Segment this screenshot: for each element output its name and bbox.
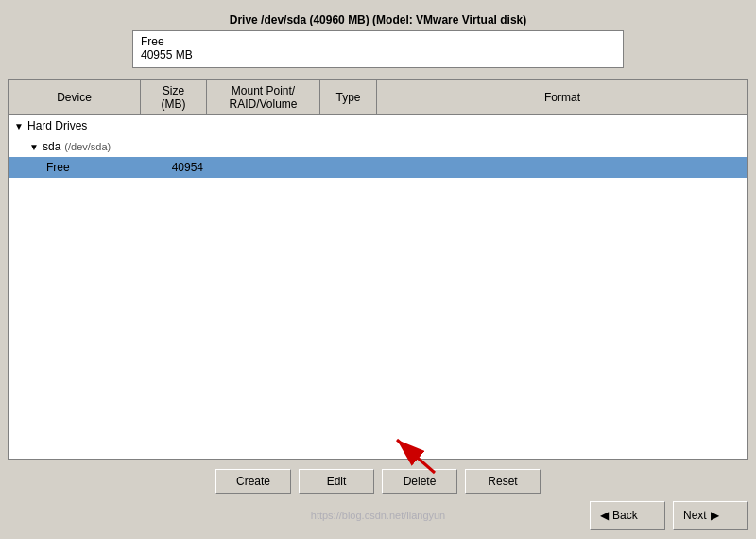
hard-drives-label: Hard Drives: [27, 119, 87, 132]
free-partition-row[interactable]: Free 40954: [9, 157, 747, 178]
back-label: Back: [612, 509, 638, 522]
hard-drives-row: ▼ Hard Drives: [9, 115, 747, 136]
sda-row: ▼ sda (/dev/sda): [9, 136, 747, 157]
main-container: Drive /dev/sda (40960 MB) (Model: VMware…: [0, 0, 756, 539]
table-header: Device Size(MB) Mount Point/RAID/Volume …: [9, 80, 747, 115]
col-mount-header: Mount Point/RAID/Volume: [207, 80, 320, 114]
next-label: Next: [683, 509, 707, 522]
drive-info-section: Drive /dev/sda (40960 MB) (Model: VMware…: [8, 8, 748, 76]
drive-title: Drive /dev/sda (40960 MB) (Model: VMware…: [132, 13, 624, 26]
back-arrow-icon: ◀: [600, 509, 609, 522]
action-buttons: Create Edit Delete Reset: [8, 463, 748, 497]
svg-line-1: [397, 440, 435, 473]
sda-label: sda: [43, 140, 60, 153]
edit-button[interactable]: Edit: [299, 469, 374, 494]
drive-info-box: Drive /dev/sda (40960 MB) (Model: VMware…: [132, 13, 624, 68]
reset-button[interactable]: Reset: [465, 469, 541, 494]
drive-free-size: 40955 MB: [141, 48, 615, 61]
nav-section: https://blog.csdn.net/liangyun ◀ Back Ne…: [8, 497, 748, 531]
col-device-header: Device: [9, 80, 141, 114]
create-button[interactable]: Create: [215, 469, 291, 494]
sda-path: (/dev/sda): [64, 141, 111, 152]
collapse-sda-icon[interactable]: ▼: [27, 142, 41, 152]
watermark: https://blog.csdn.net/liangyun: [311, 510, 445, 521]
free-device-cell: Free: [9, 159, 141, 176]
next-arrow-icon: ▶: [711, 509, 719, 522]
arrow-cursor-overlay: [383, 430, 439, 480]
free-size-cell: 40954: [141, 159, 207, 176]
drive-free-label: Free: [141, 35, 615, 48]
next-button[interactable]: Next ▶: [673, 501, 748, 530]
table-body: ▼ Hard Drives ▼ sda (/dev/sda) Free 4095…: [9, 115, 747, 459]
back-button[interactable]: ◀ Back: [590, 501, 665, 530]
disk-partition-table: Device Size(MB) Mount Point/RAID/Volume …: [8, 79, 748, 460]
col-type-header: Type: [320, 80, 377, 114]
collapse-hard-drives-icon[interactable]: ▼: [12, 121, 26, 131]
drive-free-box: Free 40955 MB: [132, 30, 624, 68]
col-size-header: Size(MB): [141, 80, 207, 114]
col-format-header: Format: [377, 80, 747, 114]
